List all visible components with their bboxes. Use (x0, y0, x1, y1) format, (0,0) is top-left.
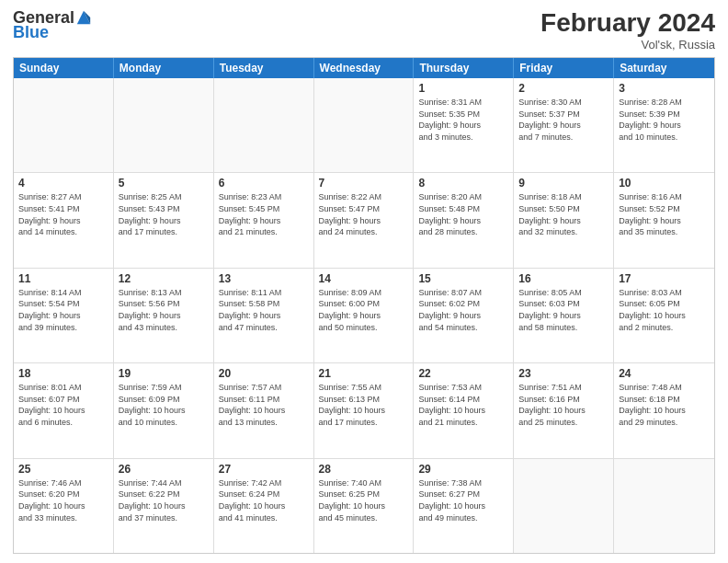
day-number: 27 (219, 462, 309, 477)
calendar-cell (114, 78, 214, 172)
logo-blue: Blue (13, 24, 49, 40)
day-number: 19 (119, 366, 209, 381)
calendar-cell: 29Sunrise: 7:38 AM Sunset: 6:27 PM Dayli… (414, 459, 514, 553)
calendar-cell: 10Sunrise: 8:16 AM Sunset: 5:52 PM Dayli… (614, 173, 714, 267)
day-info: Sunrise: 7:42 AM Sunset: 6:24 PM Dayligh… (219, 477, 309, 523)
day-info: Sunrise: 8:23 AM Sunset: 5:45 PM Dayligh… (219, 191, 309, 237)
day-number: 23 (518, 366, 609, 381)
day-number: 1 (418, 81, 508, 96)
day-info: Sunrise: 7:51 AM Sunset: 6:16 PM Dayligh… (518, 382, 609, 428)
calendar-cell: 4Sunrise: 8:27 AM Sunset: 5:41 PM Daylig… (14, 173, 114, 267)
header-cell-monday: Monday (114, 58, 214, 78)
day-info: Sunrise: 8:11 AM Sunset: 5:58 PM Dayligh… (219, 287, 309, 333)
logo-icon (75, 9, 92, 26)
day-number: 17 (619, 271, 710, 286)
calendar-cell (514, 459, 614, 553)
day-info: Sunrise: 8:01 AM Sunset: 6:07 PM Dayligh… (18, 382, 108, 428)
header-cell-tuesday: Tuesday (214, 58, 314, 78)
day-number: 15 (418, 271, 508, 286)
day-number: 9 (518, 176, 609, 190)
calendar-cell: 23Sunrise: 7:51 AM Sunset: 6:16 PM Dayli… (514, 363, 614, 457)
header-cell-saturday: Saturday (614, 58, 714, 78)
day-number: 21 (319, 366, 409, 381)
day-number: 26 (119, 462, 209, 477)
calendar-week-4: 18Sunrise: 8:01 AM Sunset: 6:07 PM Dayli… (14, 363, 714, 458)
logo: General Blue (13, 9, 92, 40)
day-info: Sunrise: 8:25 AM Sunset: 5:43 PM Dayligh… (119, 191, 209, 237)
header-cell-thursday: Thursday (414, 58, 514, 78)
day-number: 24 (619, 366, 710, 381)
calendar-cell (314, 78, 415, 172)
day-info: Sunrise: 7:40 AM Sunset: 6:25 PM Dayligh… (319, 477, 409, 523)
calendar-cell: 14Sunrise: 8:09 AM Sunset: 6:00 PM Dayli… (314, 269, 415, 362)
day-info: Sunrise: 8:31 AM Sunset: 5:35 PM Dayligh… (418, 97, 508, 143)
day-info: Sunrise: 7:55 AM Sunset: 6:13 PM Dayligh… (319, 382, 409, 428)
day-number: 8 (418, 176, 508, 190)
calendar-cell: 11Sunrise: 8:14 AM Sunset: 5:54 PM Dayli… (14, 269, 114, 362)
month-title: February 2024 (540, 9, 715, 38)
header-cell-wednesday: Wednesday (314, 58, 415, 78)
calendar-cell: 22Sunrise: 7:53 AM Sunset: 6:14 PM Dayli… (414, 363, 514, 457)
day-info: Sunrise: 8:28 AM Sunset: 5:39 PM Dayligh… (619, 97, 710, 143)
day-number: 11 (18, 271, 108, 286)
calendar-cell: 8Sunrise: 8:20 AM Sunset: 5:48 PM Daylig… (414, 173, 514, 267)
day-info: Sunrise: 7:53 AM Sunset: 6:14 PM Dayligh… (418, 382, 508, 428)
day-number: 4 (18, 176, 108, 190)
calendar-cell (614, 459, 714, 553)
calendar-cell: 6Sunrise: 8:23 AM Sunset: 5:45 PM Daylig… (214, 173, 314, 267)
day-info: Sunrise: 8:27 AM Sunset: 5:41 PM Dayligh… (18, 191, 108, 237)
calendar-cell: 13Sunrise: 8:11 AM Sunset: 5:58 PM Dayli… (214, 269, 314, 362)
day-number: 6 (219, 176, 309, 190)
day-number: 7 (319, 176, 409, 190)
calendar-body: 1Sunrise: 8:31 AM Sunset: 5:35 PM Daylig… (14, 78, 714, 553)
calendar-cell: 24Sunrise: 7:48 AM Sunset: 6:18 PM Dayli… (614, 363, 714, 457)
day-info: Sunrise: 8:22 AM Sunset: 5:47 PM Dayligh… (319, 191, 409, 237)
day-number: 3 (619, 81, 710, 96)
calendar-cell: 12Sunrise: 8:13 AM Sunset: 5:56 PM Dayli… (114, 269, 214, 362)
location: Vol'sk, Russia (540, 38, 715, 52)
day-number: 16 (518, 271, 609, 286)
day-info: Sunrise: 7:38 AM Sunset: 6:27 PM Dayligh… (418, 477, 508, 523)
calendar-cell: 3Sunrise: 8:28 AM Sunset: 5:39 PM Daylig… (614, 78, 714, 172)
calendar-week-2: 4Sunrise: 8:27 AM Sunset: 5:41 PM Daylig… (14, 173, 714, 268)
calendar-week-1: 1Sunrise: 8:31 AM Sunset: 5:35 PM Daylig… (14, 78, 714, 173)
calendar-cell: 28Sunrise: 7:40 AM Sunset: 6:25 PM Dayli… (314, 459, 415, 553)
calendar: SundayMondayTuesdayWednesdayThursdayFrid… (13, 57, 715, 554)
calendar-cell (214, 78, 314, 172)
day-number: 10 (619, 176, 710, 190)
calendar-week-3: 11Sunrise: 8:14 AM Sunset: 5:54 PM Dayli… (14, 269, 714, 363)
calendar-cell: 7Sunrise: 8:22 AM Sunset: 5:47 PM Daylig… (314, 173, 415, 267)
day-number: 20 (219, 366, 309, 381)
calendar-cell: 5Sunrise: 8:25 AM Sunset: 5:43 PM Daylig… (114, 173, 214, 267)
day-info: Sunrise: 7:57 AM Sunset: 6:11 PM Dayligh… (219, 382, 309, 428)
day-info: Sunrise: 7:46 AM Sunset: 6:20 PM Dayligh… (18, 477, 108, 523)
day-number: 12 (119, 271, 209, 286)
calendar-cell: 9Sunrise: 8:18 AM Sunset: 5:50 PM Daylig… (514, 173, 614, 267)
day-info: Sunrise: 7:48 AM Sunset: 6:18 PM Dayligh… (619, 382, 710, 428)
day-info: Sunrise: 8:20 AM Sunset: 5:48 PM Dayligh… (418, 191, 508, 237)
calendar-header: SundayMondayTuesdayWednesdayThursdayFrid… (14, 58, 714, 78)
day-info: Sunrise: 8:13 AM Sunset: 5:56 PM Dayligh… (119, 287, 209, 333)
calendar-cell: 2Sunrise: 8:30 AM Sunset: 5:37 PM Daylig… (514, 78, 614, 172)
day-info: Sunrise: 8:05 AM Sunset: 6:03 PM Dayligh… (518, 287, 609, 333)
calendar-cell: 16Sunrise: 8:05 AM Sunset: 6:03 PM Dayli… (514, 269, 614, 362)
calendar-cell: 21Sunrise: 7:55 AM Sunset: 6:13 PM Dayli… (314, 363, 415, 457)
day-number: 18 (18, 366, 108, 381)
title-block: February 2024 Vol'sk, Russia (540, 9, 715, 52)
calendar-cell: 27Sunrise: 7:42 AM Sunset: 6:24 PM Dayli… (214, 459, 314, 553)
day-info: Sunrise: 8:16 AM Sunset: 5:52 PM Dayligh… (619, 191, 710, 237)
header: General Blue February 2024 Vol'sk, Russi… (13, 9, 715, 52)
header-cell-sunday: Sunday (14, 58, 114, 78)
day-info: Sunrise: 8:09 AM Sunset: 6:00 PM Dayligh… (319, 287, 409, 333)
calendar-week-5: 25Sunrise: 7:46 AM Sunset: 6:20 PM Dayli… (14, 459, 714, 553)
day-info: Sunrise: 8:14 AM Sunset: 5:54 PM Dayligh… (18, 287, 108, 333)
calendar-cell: 18Sunrise: 8:01 AM Sunset: 6:07 PM Dayli… (14, 363, 114, 457)
day-info: Sunrise: 7:59 AM Sunset: 6:09 PM Dayligh… (119, 382, 209, 428)
day-number: 28 (319, 462, 409, 477)
day-number: 25 (18, 462, 108, 477)
day-number: 13 (219, 271, 309, 286)
calendar-cell: 20Sunrise: 7:57 AM Sunset: 6:11 PM Dayli… (214, 363, 314, 457)
day-info: Sunrise: 7:44 AM Sunset: 6:22 PM Dayligh… (119, 477, 209, 523)
calendar-cell: 1Sunrise: 8:31 AM Sunset: 5:35 PM Daylig… (414, 78, 514, 172)
calendar-cell (14, 78, 114, 172)
